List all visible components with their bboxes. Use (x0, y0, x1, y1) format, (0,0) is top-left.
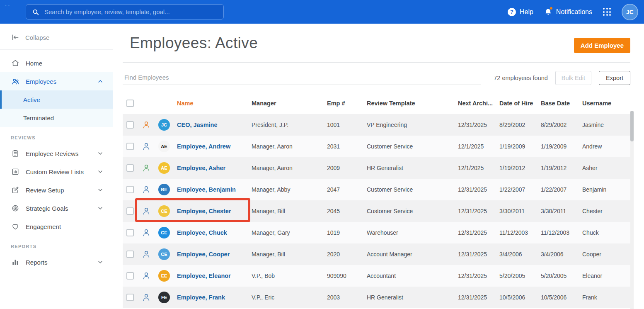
person-icon (142, 228, 151, 237)
date-of-hire-cell: 1/19/2012 (496, 165, 537, 171)
table-row[interactable]: CE Employee, Chuck Manager, Gary 1019 Wa… (123, 222, 630, 243)
column-header-base-date[interactable]: Base Date (537, 100, 579, 107)
date-of-hire-cell: 10/5/2006 (496, 294, 537, 301)
column-header-next-archive[interactable]: Next Archi... (454, 100, 496, 107)
sidebar-item-reports[interactable]: Reports (0, 253, 113, 271)
table-row[interactable]: CE Employee, Chester Manager, Bill 2045 … (123, 200, 630, 222)
column-header-emp-number[interactable]: Emp # (323, 100, 363, 107)
next-archive-cell: 12/1/2025 (454, 143, 496, 150)
employee-name-link[interactable]: Employee, Chester (177, 208, 231, 214)
manager-cell: Manager, Abby (248, 186, 323, 193)
apps-grid-icon[interactable] (603, 8, 611, 16)
global-search[interactable] (26, 4, 224, 19)
chevron-down-icon (97, 187, 104, 193)
person-icon (142, 271, 151, 280)
scrollbar-thumb[interactable] (630, 111, 634, 141)
column-header-manager[interactable]: Manager (248, 100, 323, 107)
sidebar-item-label: Review Setup (26, 187, 64, 194)
sidebar-item-active[interactable]: Active (0, 90, 113, 109)
engagement-icon (11, 222, 20, 231)
sidebar-item-terminated[interactable]: Terminated (0, 109, 113, 127)
global-search-input[interactable] (44, 8, 218, 15)
collapse-button[interactable]: Collapse (0, 29, 113, 50)
employee-name-link[interactable]: Employee, Chuck (177, 229, 227, 236)
column-header-review-template[interactable]: Review Template (363, 100, 454, 107)
base-date-cell: 8/29/2002 (537, 122, 579, 128)
notifications-button[interactable]: Notifications (544, 8, 592, 16)
export-button[interactable]: Export (599, 71, 630, 85)
username-cell: Frank (579, 294, 630, 301)
person-icon (142, 163, 151, 173)
emp-number-cell: 2003 (323, 294, 363, 301)
row-checkbox[interactable] (126, 164, 134, 172)
chevron-down-icon (97, 205, 104, 212)
main-content: Employees: Active Add Employee 72 employ… (113, 24, 644, 309)
sidebar-item-employees[interactable]: Employees (0, 72, 113, 90)
column-header-date-of-hire[interactable]: Date of Hire (496, 100, 537, 107)
row-checkbox[interactable] (126, 207, 134, 215)
sidebar-item-engagement[interactable]: Engagement (0, 217, 113, 236)
page-title: Employees: Active (130, 34, 258, 52)
person-icon (142, 207, 151, 216)
sidebar: Collapse Home Employees Active Terminate… (0, 24, 113, 309)
row-checkbox[interactable] (126, 251, 134, 258)
sidebar-item-strategic-goals[interactable]: Strategic Goals (0, 199, 113, 217)
chevron-down-icon (97, 168, 104, 175)
column-header-name[interactable]: Name (173, 100, 248, 107)
base-date-cell: 11/12/2003 (537, 229, 579, 236)
date-of-hire-cell: 1/19/2009 (496, 143, 537, 150)
username-cell: Andrew (579, 143, 630, 150)
find-employees-input[interactable] (123, 71, 481, 85)
person-icon (142, 142, 151, 151)
table-row[interactable]: BE Employee, Benjamin Manager, Abby 2047… (123, 179, 630, 200)
avatar: EE (158, 270, 170, 282)
row-checkbox[interactable] (126, 294, 134, 301)
date-of-hire-cell: 3/30/2011 (496, 208, 537, 214)
row-checkbox[interactable] (126, 272, 134, 280)
table-row[interactable]: AE Employee, Asher Manager, Aaron 2009 H… (123, 157, 630, 179)
base-date-cell: 1/22/2007 (537, 186, 579, 193)
column-header-username[interactable]: Username (579, 100, 630, 107)
employee-name-link[interactable]: Employee, Frank (177, 294, 225, 301)
sidebar-item-label: Active (23, 96, 40, 103)
sidebar-item-employee-reviews[interactable]: Employee Reviews (0, 144, 113, 163)
table-row[interactable]: AE Employee, Andrew Manager, Aaron 2031 … (123, 136, 630, 157)
row-checkbox[interactable] (126, 186, 134, 193)
sidebar-item-custom-review-lists[interactable]: Custom Review Lists (0, 163, 113, 181)
sidebar-item-label: Terminated (23, 114, 54, 122)
table-scrollbar[interactable] (630, 111, 634, 309)
notification-badge (549, 6, 553, 10)
help-button[interactable]: ? Help (508, 8, 533, 16)
next-archive-cell: 12/31/2025 (454, 229, 496, 236)
sidebar-item-home[interactable]: Home (0, 54, 113, 72)
bulk-edit-button: Bulk Edit (555, 71, 591, 85)
date-of-hire-cell: 3/4/2006 (496, 251, 537, 258)
employee-name-link[interactable]: CEO, Jasmine (177, 122, 218, 128)
section-label-reviews: REVIEWS (0, 127, 113, 144)
table-row[interactable]: FE Employee, Frank V.P., Eric 2003 HR Ge… (123, 287, 630, 308)
list-chart-icon (11, 167, 20, 176)
logo: .. (5, 0, 11, 7)
table-row[interactable]: EE Employee, Eleanor V.P., Bob 909090 Ac… (123, 265, 630, 287)
table-row[interactable]: JC CEO, Jasmine President, J.P. 1001 VP … (123, 114, 630, 136)
avatar: AE (158, 141, 170, 152)
employee-name-link[interactable]: Employee, Asher (177, 165, 225, 171)
review-template-cell: Accountant (363, 273, 454, 279)
add-employee-button[interactable]: Add Employee (574, 38, 630, 53)
next-archive-cell: 12/31/2025 (454, 273, 496, 279)
review-template-cell: Warehouser (363, 229, 454, 236)
row-checkbox[interactable] (126, 143, 134, 150)
row-checkbox[interactable] (126, 229, 134, 236)
emp-number-cell: 2031 (323, 143, 363, 150)
employee-name-link[interactable]: Employee, Eleanor (177, 273, 231, 279)
employee-name-link[interactable]: Employee, Cooper (177, 251, 230, 258)
base-date-cell: 1/19/2012 (537, 165, 579, 171)
sidebar-item-review-setup[interactable]: Review Setup (0, 181, 113, 199)
review-template-cell: HR Generalist (363, 294, 454, 301)
employee-name-link[interactable]: Employee, Benjamin (177, 186, 236, 193)
row-checkbox[interactable] (126, 121, 134, 129)
user-avatar[interactable]: JC (622, 4, 638, 20)
table-row[interactable]: CE Employee, Cooper Manager, Bill 2020 A… (123, 243, 630, 265)
select-all-checkbox[interactable] (126, 100, 134, 107)
employee-name-link[interactable]: Employee, Andrew (177, 143, 230, 150)
